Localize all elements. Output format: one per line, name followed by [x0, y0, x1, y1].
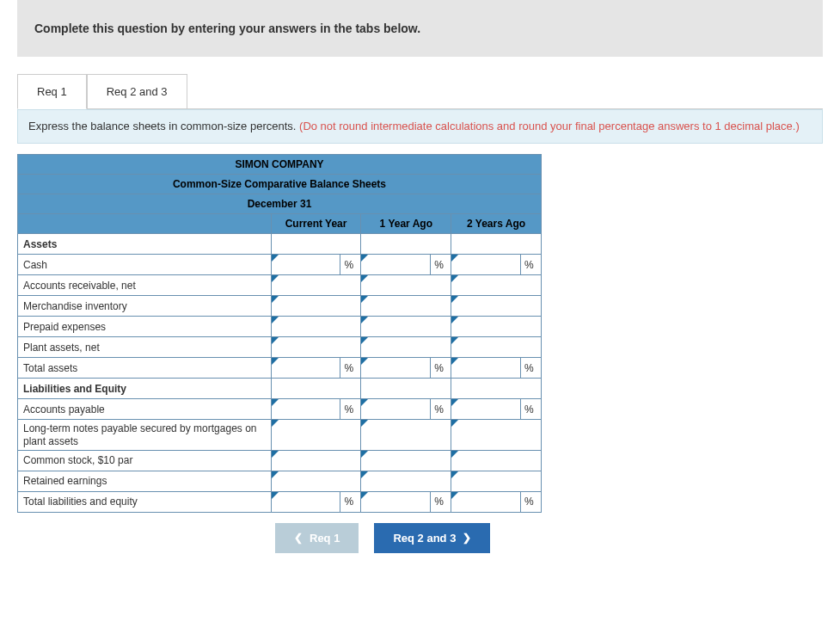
instruction-header-text: Complete this question by entering your …: [34, 22, 420, 35]
input-prepaid-1y[interactable]: [361, 317, 451, 337]
next-label: Req 2 and 3: [393, 532, 456, 545]
row-assets-header: Assets: [18, 234, 272, 255]
table-company: SIMON COMPANY: [18, 155, 542, 175]
instruction-note: (Do not round intermediate calculations …: [299, 120, 800, 132]
pct: %: [431, 358, 451, 379]
input-ap-1y[interactable]: [361, 399, 431, 420]
pct: %: [340, 491, 361, 512]
input-cs-1y[interactable]: [361, 450, 451, 471]
tab-label: Req 1: [37, 85, 67, 98]
table-subtitle: Common-Size Comparative Balance Sheets: [18, 175, 542, 194]
blank: [361, 234, 451, 255]
input-plant-2y[interactable]: [451, 337, 542, 358]
input-total-assets-1y[interactable]: [361, 358, 431, 379]
pct: %: [520, 491, 541, 512]
input-inv-1y[interactable]: [361, 296, 451, 317]
row-notes: Long-term notes payable secured by mortg…: [18, 420, 272, 451]
row-common-stock: Common stock, $10 par: [18, 450, 272, 471]
row-cash: Cash: [18, 255, 272, 275]
row-inventory: Merchandise inventory: [18, 296, 272, 317]
input-tle-2y[interactable]: [451, 491, 521, 512]
input-ap-2y[interactable]: [451, 399, 521, 420]
input-re-2y[interactable]: [451, 471, 542, 491]
col-current-year: Current Year: [271, 214, 361, 234]
col-2-years-ago: 2 Years Ago: [451, 214, 542, 234]
pct: %: [520, 399, 541, 420]
input-cs-2y[interactable]: [451, 450, 542, 471]
input-inv-cy[interactable]: [271, 296, 361, 317]
table-date: December 31: [18, 194, 542, 214]
balance-sheet-table-wrap: SIMON COMPANY Common-Size Comparative Ba…: [17, 154, 823, 513]
input-notes-2y[interactable]: [451, 420, 542, 451]
tab-req-1[interactable]: Req 1: [17, 74, 87, 109]
tab-req-2-and-3[interactable]: Req 2 and 3: [87, 74, 187, 109]
pct: %: [520, 358, 541, 379]
row-retained: Retained earnings: [18, 471, 272, 491]
row-notes-text: Long-term notes payable secured by mortg…: [23, 422, 266, 447]
balance-sheet-table: SIMON COMPANY Common-Size Comparative Ba…: [17, 154, 542, 513]
input-cs-cy[interactable]: [271, 450, 361, 471]
input-tle-cy[interactable]: [271, 491, 340, 512]
row-header-blank: [18, 214, 272, 234]
input-cash-2y[interactable]: [451, 255, 521, 275]
row-ap: Accounts payable: [18, 399, 272, 420]
input-notes-cy[interactable]: [271, 420, 361, 451]
row-liab-header: Liabilities and Equity: [18, 379, 272, 399]
row-prepaid: Prepaid expenses: [18, 317, 272, 337]
row-total-assets: Total assets: [18, 358, 272, 379]
row-total-le: Total liabilities and equity: [18, 491, 272, 512]
input-plant-1y[interactable]: [361, 337, 451, 358]
input-inv-2y[interactable]: [451, 296, 542, 317]
input-notes-1y[interactable]: [361, 420, 451, 451]
pct: %: [431, 399, 451, 420]
row-ar: Accounts receivable, net: [18, 275, 272, 296]
prev-label: Req 1: [310, 532, 340, 545]
input-tle-1y[interactable]: [361, 491, 431, 512]
chevron-right-icon: ❯: [463, 532, 471, 544]
input-prepaid-2y[interactable]: [451, 317, 542, 337]
input-re-1y[interactable]: [361, 471, 451, 491]
chevron-left-icon: ❮: [294, 532, 303, 544]
pct: %: [431, 255, 451, 275]
input-total-assets-cy[interactable]: [271, 358, 340, 379]
input-ap-cy[interactable]: [271, 399, 340, 420]
input-cash-cy[interactable]: [271, 255, 340, 275]
blank: [451, 234, 542, 255]
input-plant-cy[interactable]: [271, 337, 361, 358]
pct: %: [340, 399, 361, 420]
input-total-assets-2y[interactable]: [451, 358, 521, 379]
pct: %: [340, 358, 361, 379]
pct: %: [520, 255, 541, 275]
input-ar-cy[interactable]: [271, 275, 361, 296]
blank: [451, 379, 542, 399]
instruction-box: Express the balance sheets in common-siz…: [17, 109, 823, 144]
blank: [271, 379, 361, 399]
tab-label: Req 2 and 3: [107, 85, 168, 98]
instruction-header: Complete this question by entering your …: [17, 0, 823, 57]
nav-buttons: ❮ Req 1 Req 2 and 3 ❯: [17, 523, 823, 553]
pct: %: [431, 491, 451, 512]
blank: [361, 379, 451, 399]
input-ar-2y[interactable]: [451, 275, 542, 296]
row-plant: Plant assets, net: [18, 337, 272, 358]
pct: %: [340, 255, 361, 275]
input-cash-1y[interactable]: [361, 255, 431, 275]
col-1-year-ago: 1 Year Ago: [361, 214, 451, 234]
next-button[interactable]: Req 2 and 3 ❯: [374, 523, 490, 553]
prev-button[interactable]: ❮ Req 1: [275, 523, 359, 553]
input-prepaid-cy[interactable]: [271, 317, 361, 337]
input-re-cy[interactable]: [271, 471, 361, 491]
instruction-text: Express the balance sheets in common-siz…: [28, 120, 299, 132]
tabs-row: Req 1 Req 2 and 3: [17, 74, 823, 109]
blank: [271, 234, 361, 255]
input-ar-1y[interactable]: [361, 275, 451, 296]
